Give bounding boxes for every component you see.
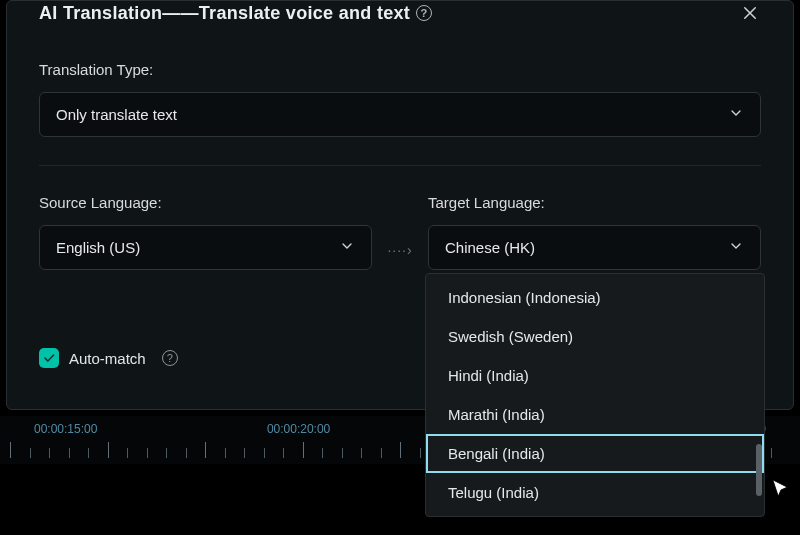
dialog-title-text: AI Translation——Translate voice and text — [39, 3, 410, 24]
language-row: Source Language: English (US) ····› Targ… — [39, 166, 761, 270]
source-language-value: English (US) — [56, 239, 140, 256]
chevron-down-icon — [728, 238, 744, 257]
dropdown-option[interactable]: Marathi (India) — [426, 395, 764, 434]
source-language-label: Source Language: — [39, 194, 372, 211]
dropdown-option[interactable]: Hindi (India) — [426, 356, 764, 395]
dialog-header: AI Translation——Translate voice and text… — [39, 1, 761, 25]
help-icon[interactable]: ? — [162, 350, 178, 366]
translation-type-value: Only translate text — [56, 106, 177, 123]
translation-type-select[interactable]: Only translate text — [39, 92, 761, 137]
target-language-select[interactable]: Chinese (HK) — [428, 225, 761, 270]
translation-type-label: Translation Type: — [39, 61, 761, 78]
auto-match-label: Auto-match — [69, 350, 146, 367]
source-language-select[interactable]: English (US) — [39, 225, 372, 270]
arrow-right-icon: ····› — [387, 242, 412, 258]
scrollbar-thumb[interactable] — [756, 444, 762, 496]
dropdown-option[interactable]: Bengali (India) — [426, 434, 764, 473]
target-language-dropdown[interactable]: Indonesian (Indonesia)Swedish (Sweden)Hi… — [425, 273, 765, 517]
auto-match-checkbox[interactable] — [39, 348, 59, 368]
arrow-col: ····› — [372, 166, 428, 258]
dropdown-option[interactable]: Indonesian (Indonesia) — [426, 278, 764, 317]
dialog-title: AI Translation——Translate voice and text… — [39, 3, 432, 24]
dropdown-option[interactable]: Swedish (Sweden) — [426, 317, 764, 356]
mouse-cursor-icon — [770, 478, 792, 500]
dropdown-option[interactable]: Telugu (India) — [426, 473, 764, 512]
help-icon[interactable]: ? — [416, 5, 432, 21]
timeline-label: 00:00:15:00 — [34, 422, 267, 436]
target-language-col: Target Language: Chinese (HK) — [428, 166, 761, 270]
chevron-down-icon — [728, 105, 744, 124]
source-language-col: Source Language: English (US) — [39, 166, 372, 270]
chevron-down-icon — [339, 238, 355, 257]
target-language-value: Chinese (HK) — [445, 239, 535, 256]
close-button[interactable] — [739, 2, 761, 24]
target-language-label: Target Language: — [428, 194, 761, 211]
